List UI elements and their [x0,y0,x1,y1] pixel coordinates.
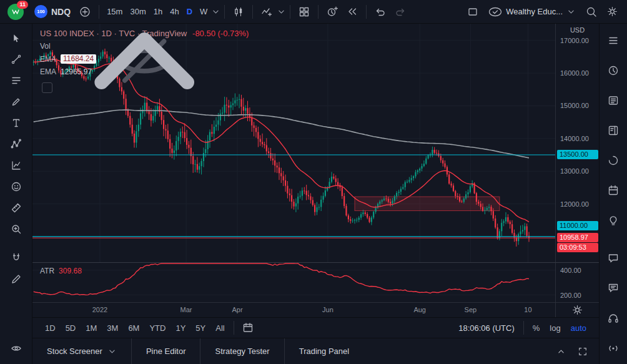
clock[interactable]: 18:06:06 (UTC) [453,323,520,333]
last-price-badge: 10958.97 [557,233,598,242]
trend-line-tool-icon[interactable] [6,50,27,69]
candles-icon [233,6,244,17]
timeframe-1d[interactable]: D [183,4,196,20]
redo-button[interactable] [390,3,410,21]
chart-type-button[interactable] [229,3,249,21]
layout-grid-button[interactable] [294,3,314,21]
comments-icon[interactable] [603,278,624,297]
range-1y[interactable]: 1Y [170,320,190,335]
search-button[interactable] [581,3,601,21]
range-3m[interactable]: 3M [102,320,123,335]
timeframe-1w[interactable]: W [196,4,211,20]
time-tick: Aug [413,306,426,313]
panel-expand-icon[interactable] [558,347,564,357]
indicators-menu-chevron-icon[interactable] [279,10,284,14]
goto-date-icon [242,322,254,333]
brush-tool-icon[interactable] [6,92,27,111]
data-window-icon[interactable] [603,121,624,140]
legend-collapse-button[interactable] [42,82,52,93]
timeframe-30m[interactable]: 30m [126,4,149,20]
window-button[interactable] [463,3,483,21]
compare-button[interactable] [75,3,95,21]
range-5y[interactable]: 5Y [190,320,210,335]
atr-price-axis[interactable]: 400.00200.00 [555,262,599,302]
hotlists-icon[interactable] [603,151,624,170]
indicators-icon [261,6,272,17]
calendar-icon[interactable] [603,181,624,200]
time-tick: 10 [524,306,531,313]
range-1m[interactable]: 1M [81,320,102,335]
cursor-tool-icon[interactable] [6,29,27,47]
news-icon[interactable] [603,91,624,110]
log-scale-button[interactable]: log [545,320,565,335]
cloud-saved-icon [488,7,502,17]
auto-scale-button[interactable]: auto [566,320,591,335]
time-axis[interactable]: 2022MarAprJunAugSep10 [32,302,555,317]
indicators-button[interactable] [257,3,277,21]
tab-strategy-tester[interactable]: Strategy Tester [200,338,284,364]
tab-stock-screener[interactable]: Stock Screener [32,338,131,364]
window-icon [467,6,478,17]
toolbar-separator [290,5,290,19]
alerts-icon[interactable] [603,61,624,80]
toolbar-separator [252,5,253,19]
main-price-axis[interactable]: USD 17000.0016000.0015000.0014000.001300… [555,24,599,262]
price-tick: 17000.00 [560,36,589,45]
percent-scale-button[interactable]: % [528,320,545,335]
axis-settings-icon[interactable] [572,305,583,315]
axis-corner [555,302,599,317]
atr-tick: 200.00 [560,291,581,300]
settings-button[interactable] [603,3,622,21]
timeframe-1h[interactable]: 1h [150,4,166,20]
range-5d[interactable]: 5D [61,320,81,335]
chart-column: US 100 INDEX · 1D · TVC · TradingView -8… [32,24,599,364]
footer-tab-label: Trading Panel [299,347,349,356]
timeframe-menu-chevron-icon[interactable] [213,10,219,14]
range-1d[interactable]: 1D [40,320,61,335]
range-6m[interactable]: 6M [123,320,144,335]
text-tool-icon[interactable] [6,114,27,132]
zoom-tool-icon[interactable] [6,220,27,239]
atr-legend: ATR 309.68 [40,267,82,275]
timeframe-15m[interactable]: 15m [103,4,126,20]
range-ytd[interactable]: YTD [144,320,170,335]
magnet-tool-icon[interactable] [6,248,27,267]
atr-label[interactable]: ATR [40,267,54,275]
undo-button[interactable] [370,3,390,21]
compare-icon [79,6,91,17]
goto-date-button[interactable] [238,319,258,337]
tab-pine-editor[interactable]: Pine Editor [131,338,200,364]
drawing-tool-icon[interactable] [6,270,27,288]
help-icon[interactable] [603,309,624,328]
time-tick: Mar [180,306,192,313]
ideas-icon[interactable] [603,211,624,230]
price-tick: 12000.00 [560,200,589,209]
create-alert-button[interactable] [322,3,342,21]
top-toolbar: 11 100 NDQ 15m30m1h4hDW [0,0,627,24]
panel-fullscreen-icon[interactable] [578,347,588,357]
chats-icon[interactable] [603,248,624,267]
forecast-tool-icon[interactable] [6,156,27,175]
atr-chart-svg[interactable] [32,263,555,302]
pattern-tool-icon[interactable] [6,135,27,154]
fib-tool-icon[interactable] [6,71,27,90]
symbol-button[interactable]: 100 NDQ [30,3,75,21]
app-logo[interactable]: 11 [7,4,24,20]
account-menu-button[interactable]: Wealthy Educ... [484,3,580,21]
tab-trading-panel[interactable]: Trading Panel [284,338,363,364]
time-tick: Apr [232,306,243,313]
timeframe-4h[interactable]: 4h [166,4,182,20]
streams-icon[interactable] [603,339,624,358]
atr-pane[interactable]: ATR 309.68 [32,262,555,302]
replay-button[interactable] [342,3,362,21]
hide-drawings-icon[interactable] [6,339,27,358]
main-price-pane[interactable]: US 100 INDEX · 1D · TVC · TradingView -8… [32,24,555,262]
emoji-tool-icon[interactable] [6,177,27,196]
measure-tool-icon[interactable] [6,199,27,217]
toolbar-separator [234,321,234,335]
toolbar-separator [366,5,367,19]
range-all[interactable]: All [210,320,229,335]
timeframe-group: 15m30m1h4hDW [103,4,211,20]
watchlist-icon[interactable] [603,31,624,50]
toolbar-separator [224,5,225,19]
